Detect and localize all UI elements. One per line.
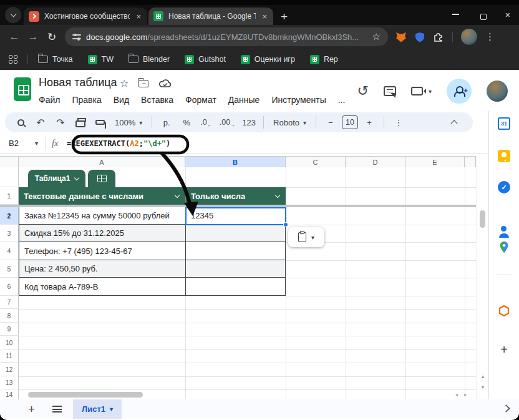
calendar-icon[interactable]: 31 xyxy=(498,117,510,130)
decrease-decimals-button[interactable]: .0← xyxy=(198,118,214,127)
font-select[interactable]: Roboto▾ xyxy=(269,118,310,127)
zoom-select[interactable]: 100%▾ xyxy=(111,118,146,127)
reload-button[interactable]: ↻ xyxy=(42,31,61,44)
open-side-panel-chevron[interactable] xyxy=(502,404,510,413)
row-header-5[interactable]: 5 xyxy=(0,260,19,278)
cell-a4[interactable]: Телефон: +7 (495) 123-45-67 xyxy=(19,242,185,260)
print-icon[interactable] xyxy=(75,118,85,127)
cell-b6[interactable] xyxy=(185,278,286,295)
bookmark-tw[interactable]: TW xyxy=(88,55,114,64)
bookmark-tochka[interactable]: Точка xyxy=(38,55,73,64)
row-header-10[interactable]: 10 xyxy=(0,336,19,349)
row-header-3[interactable]: 3 xyxy=(0,225,19,242)
vertical-scrollbar[interactable] xyxy=(480,210,485,228)
table-tools-tab[interactable] xyxy=(88,170,115,187)
decrease-font-size-button[interactable]: − xyxy=(322,118,339,127)
percent-format-button[interactable]: % xyxy=(178,118,195,127)
close-tab-icon[interactable]: × xyxy=(261,12,268,21)
vertical-scrollbar-track[interactable]: ▲ ▼ xyxy=(477,156,488,399)
star-document-icon[interactable]: ☆ xyxy=(120,77,129,89)
menu-insert[interactable]: Вставка xyxy=(141,95,173,105)
bookmark-blender[interactable]: Blender xyxy=(129,55,170,64)
cell-a2[interactable]: Заказ №12345 на сумму 50000 рублей xyxy=(19,207,185,224)
keep-icon[interactable] xyxy=(498,150,510,162)
minimize-button[interactable] xyxy=(452,14,459,15)
apps-grid-icon[interactable] xyxy=(9,55,17,64)
row-header-6[interactable]: 6 xyxy=(0,278,19,296)
site-settings-icon[interactable] xyxy=(72,34,81,40)
row-header-8[interactable]: 8 xyxy=(0,309,19,323)
all-sheets-icon[interactable] xyxy=(52,406,62,413)
maximize-button[interactable] xyxy=(480,14,487,20)
increase-font-size-button[interactable]: + xyxy=(361,118,378,127)
sheet-tab-list1[interactable]: Лист1 ▾ xyxy=(73,399,122,419)
cell-a3[interactable]: Скидка 15% до 31.12.2025 xyxy=(19,225,185,242)
menu-view[interactable]: Вид xyxy=(114,95,129,105)
column-header-partial[interactable] xyxy=(465,156,476,167)
menu-more[interactable]: ... xyxy=(338,95,346,105)
cloud-status-icon[interactable] xyxy=(158,79,172,89)
column-header-a[interactable]: A xyxy=(19,156,185,167)
row-header-2[interactable]: 2 xyxy=(0,207,19,225)
row-header-11[interactable]: 11 xyxy=(0,349,19,363)
row-header-9[interactable]: 9 xyxy=(0,323,19,336)
name-box[interactable]: B2▾ xyxy=(0,139,45,148)
close-tab-icon[interactable]: × xyxy=(135,12,142,21)
move-to-folder-icon[interactable] xyxy=(138,80,148,87)
horizontal-scrollbar[interactable] xyxy=(28,392,143,398)
column-header-b[interactable]: B xyxy=(185,156,286,167)
bookmark-ocenki[interactable]: Оценки игр xyxy=(241,55,295,64)
table-name-tab[interactable]: Таблица1 xyxy=(28,170,85,187)
tasks-icon[interactable]: ✓ xyxy=(498,181,510,193)
menu-data[interactable]: Данные xyxy=(228,95,260,105)
document-title[interactable]: Новая таблица xyxy=(39,76,117,89)
menu-edit[interactable]: Правка xyxy=(72,95,101,105)
paint-format-icon[interactable] xyxy=(95,120,105,125)
column-header-e[interactable]: E xyxy=(405,156,465,167)
row-header-14[interactable]: 14 xyxy=(0,389,19,399)
increase-decimals-button[interactable]: .00→ xyxy=(217,118,238,127)
select-all-corner[interactable] xyxy=(0,156,19,167)
row-header-1[interactable]: 1 xyxy=(0,187,19,205)
account-avatar[interactable] xyxy=(487,81,508,102)
browser-tab-timeweb[interactable]: Хостинговое сообщество «Tim × xyxy=(24,7,147,25)
new-tab-button[interactable]: + xyxy=(281,10,288,24)
addon-icon[interactable] xyxy=(498,305,510,317)
cell-b5[interactable] xyxy=(185,260,286,277)
formula-input[interactable]: =REGEXEXTRACT(A2;"\d+") xyxy=(67,139,170,148)
redo-button[interactable]: ↷ xyxy=(52,117,69,129)
cell-a5[interactable]: Цена: 2 450,50 руб. xyxy=(19,260,185,277)
currency-format-button[interactable]: р. xyxy=(158,118,175,127)
add-sheet-button[interactable]: + xyxy=(28,403,35,416)
cell-b4[interactable] xyxy=(185,242,286,260)
profile-avatar[interactable] xyxy=(461,29,477,45)
paste-options-button[interactable]: ▾ xyxy=(288,227,324,247)
comments-icon[interactable] xyxy=(384,86,396,96)
bookmark-star-icon[interactable]: ☆ xyxy=(372,31,381,42)
forward-button[interactable]: → xyxy=(24,31,42,43)
meet-button[interactable]: ▾ xyxy=(411,87,432,95)
bookmark-gutshot[interactable]: Gutshot xyxy=(185,55,226,64)
more-toolbar-button[interactable]: ⋮ xyxy=(390,118,407,127)
cell-a6[interactable]: Код товара A-789-B xyxy=(19,278,185,295)
undo-button[interactable]: ↶ xyxy=(32,117,49,129)
extensions-puzzle-icon[interactable] xyxy=(433,31,444,42)
maps-icon[interactable] xyxy=(498,241,510,253)
address-bar[interactable]: docs.google.com/spreadsheets/d/1uzEYMZ8U… xyxy=(65,27,388,46)
scroll-up-arrow[interactable]: ▲ xyxy=(480,374,485,379)
back-button[interactable]: ← xyxy=(5,31,24,43)
scroll-right-arrow[interactable]: ▸ xyxy=(464,392,473,398)
scroll-left-arrow[interactable]: ◂ xyxy=(455,392,464,398)
menu-format[interactable]: Формат xyxy=(185,95,216,105)
chrome-menu-button[interactable]: ⋮ xyxy=(485,31,495,42)
number-format-button[interactable]: 123 xyxy=(240,118,258,127)
row-header-4[interactable]: 4 xyxy=(0,242,19,260)
get-addons-button[interactable]: + xyxy=(498,343,510,356)
column-header-c[interactable]: C xyxy=(286,156,346,167)
bookmark-rep[interactable]: Rep xyxy=(310,55,338,64)
menu-tools[interactable]: Инструменты xyxy=(271,95,326,105)
tab-search-button[interactable] xyxy=(5,7,21,23)
menu-file[interactable]: Файл xyxy=(39,95,60,105)
share-button[interactable]: + xyxy=(447,79,472,104)
version-history-icon[interactable]: ↺ xyxy=(357,85,369,97)
